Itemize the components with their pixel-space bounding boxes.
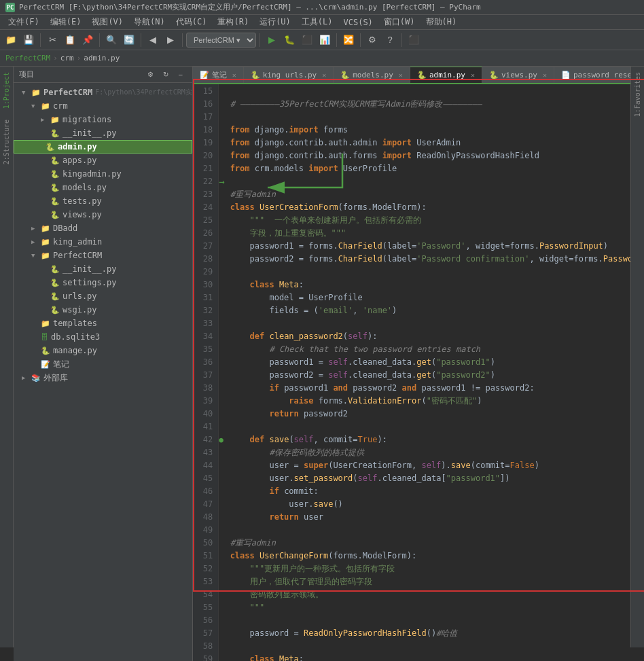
toolbar-replace-btn[interactable]: 🔄 (121, 32, 137, 48)
menu-run[interactable]: 运行(U) (254, 15, 296, 29)
code-line-24: 24 class UserCreationForm(forms.ModelFor… (193, 200, 644, 213)
tab-models[interactable]: 🐍 models.py ✕ (334, 67, 410, 83)
toolbar-sep-2 (99, 33, 100, 47)
menu-code[interactable]: 代码(C) (171, 15, 213, 29)
menu-help[interactable]: 帮助(H) (421, 15, 463, 29)
tree-item-apps-py[interactable]: 🐍 apps.py (14, 154, 192, 167)
toolbar-sep-7 (360, 33, 361, 47)
tab-admin-close[interactable]: ✕ (471, 71, 475, 79)
run-config-dropdown[interactable]: PerfectCRM ▾ (186, 33, 256, 48)
toolbar-cut-btn[interactable]: ✂ (44, 32, 60, 48)
toolbar-search-btn[interactable]: 🔍 (103, 32, 120, 48)
coverage-btn[interactable]: ⬛ (299, 32, 315, 48)
code-line-35: 35 # Check that the two password entries… (193, 342, 644, 355)
tree-item-models-py[interactable]: 🐍 models.py (14, 181, 192, 194)
code-line-18: 18 from django.import forms (193, 123, 644, 136)
tree-item-wsgi-py[interactable]: 🐍 wsgi.py (14, 303, 192, 317)
tree-item-init2-py[interactable]: 🐍 __init__.py (14, 262, 192, 276)
tree-item-tests-py[interactable]: 🐍 tests.py (14, 194, 192, 208)
debug-btn[interactable]: 🐛 (281, 32, 298, 48)
terminal-btn[interactable]: ⬛ (406, 32, 422, 48)
menu-nav[interactable]: 导航(N) (128, 15, 171, 29)
code-line-33: 33 (193, 317, 644, 329)
code-line-37: 37 password2 = self.cleaned_data.get("pa… (193, 368, 644, 381)
vcs-btn[interactable]: 🔀 (340, 32, 357, 48)
project-gear-btn[interactable]: ⚙ (145, 69, 157, 81)
vtab-project[interactable]: 1:Project (1, 67, 12, 114)
code-line-57: 57 password = ReadOnlyPasswordHashField(… (193, 626, 644, 639)
tree-item-migrations[interactable]: ▶ 📁 migrations (14, 113, 192, 126)
menu-tools[interactable]: 工具(L) (296, 15, 338, 29)
menu-refactor[interactable]: 重构(R) (212, 15, 254, 29)
code-editor[interactable]: 📝 笔记 ✕ 🐍 king_urls.py ✕ 🐍 models.py ✕ 🐍 … (193, 67, 644, 661)
tree-item-db-sqlite[interactable]: 🗄 db.sqlite3 (14, 330, 192, 344)
project-sync-btn[interactable]: ↻ (160, 69, 172, 81)
toolbar-back-btn[interactable]: ◀ (145, 32, 161, 48)
menu-edit[interactable]: 编辑(E) (45, 15, 87, 29)
tree-item-init-py[interactable]: 🐍 __init__.py (14, 126, 192, 140)
breadcrumb-item-3[interactable]: admin.py (84, 54, 120, 62)
toolbar-save-btn[interactable]: 💾 (20, 32, 37, 48)
tree-item-perfectcrm-sub[interactable]: ▼ 📁 PerfectCRM (14, 249, 192, 262)
tree-item-dbadd[interactable]: ▶ 📁 DBadd (14, 221, 192, 235)
toolbar-copy-btn[interactable]: 📋 (62, 32, 78, 48)
help-btn[interactable]: ? (382, 32, 398, 48)
tab-notes[interactable]: 📝 笔记 ✕ (193, 67, 244, 83)
run-btn[interactable]: ▶ (264, 32, 280, 48)
tab-king-urls-close[interactable]: ✕ (322, 71, 326, 79)
tree-item-notes[interactable]: 📝 笔记 (14, 357, 192, 371)
tab-views-close[interactable]: ✕ (543, 71, 547, 79)
vtab-structure[interactable]: 2:Structure (1, 114, 12, 170)
tab-models-label: models.py (353, 71, 393, 79)
code-line-41: 41 (193, 420, 644, 433)
project-collapse-btn[interactable]: – (175, 69, 187, 81)
project-tree: ▼ 📁 PerfectCRM F:\python\34PerfectCRM实 ▼… (14, 83, 192, 661)
menu-file[interactable]: 文件(F) (3, 15, 45, 29)
breadcrumb-item-2[interactable]: crm (60, 54, 74, 62)
tab-king-urls-label: king_urls.py (263, 71, 317, 79)
code-line-43: 43 #保存密码散列的格式提供 (193, 446, 644, 459)
tree-item-perfectcrm-root[interactable]: ▼ 📁 PerfectCRM F:\python\34PerfectCRM实 (14, 86, 192, 99)
tree-item-views-py[interactable]: 🐍 views.py (14, 208, 192, 221)
tab-king-urls[interactable]: 🐍 king_urls.py ✕ (244, 67, 334, 83)
menubar: 文件(F) 编辑(E) 视图(V) 导航(N) 代码(C) 重构(R) 运行(U… (0, 15, 644, 30)
tree-item-templates[interactable]: 📁 templates (14, 317, 192, 330)
tree-item-kingadmin-py[interactable]: 🐍 kingadmin.py (14, 167, 192, 181)
tab-admin-icon: 🐍 (417, 71, 427, 79)
toolbar-open-btn[interactable]: 📁 (3, 32, 19, 48)
tree-item-admin-py[interactable]: 🐍 admin.py (14, 140, 192, 154)
menu-view[interactable]: 视图(V) (86, 15, 128, 29)
tree-item-ext-libs[interactable]: ▶ 📚 外部库 (14, 371, 192, 385)
code-line-48: 48 return user (193, 510, 644, 523)
tab-admin[interactable]: 🐍 admin.py ✕ (410, 67, 482, 83)
project-panel: 项目 ⚙ ↻ – ▼ 📁 PerfectCRM F:\python\34Perf… (14, 67, 193, 661)
code-scroll[interactable]: 15 16 # ————————35PerfectCRM实现CRM重写Admin… (193, 84, 644, 661)
vtab-favorites[interactable]: 1:Favorites (632, 67, 643, 122)
toolbar-paste-btn[interactable]: 📌 (79, 32, 96, 48)
toolbar-sep-4 (182, 33, 183, 47)
code-line-49: 49 (193, 523, 644, 536)
tab-models-close[interactable]: ✕ (399, 71, 403, 79)
tree-item-settings-py[interactable]: 🐍 settings.py (14, 276, 192, 289)
code-line-21: 21 from crm.models import UserProfile (193, 162, 644, 175)
code-line-17: 17 (193, 110, 644, 123)
profile-btn[interactable]: 📊 (317, 32, 333, 48)
menu-vcs[interactable]: VCS(S) (338, 16, 378, 29)
code-line-58: 58 (193, 639, 644, 652)
tab-notes-close[interactable]: ✕ (232, 71, 236, 79)
menu-window[interactable]: 窗口(W) (378, 15, 421, 29)
tab-views[interactable]: 🐍 views.py ✕ (482, 67, 554, 83)
toolbar-sep-1 (40, 33, 41, 47)
code-line-19: 19 from django.contrib.auth.admin import… (193, 136, 644, 149)
tree-item-kingadmin-folder[interactable]: ▶ 📁 king_admin (14, 235, 192, 249)
tree-item-crm[interactable]: ▼ 📁 crm (14, 99, 192, 113)
tab-views-label: views.py (501, 71, 537, 79)
tree-item-urls-py[interactable]: 🐍 urls.py (14, 289, 192, 303)
tab-password-reset-icon: 📄 (561, 71, 571, 79)
code-line-15: 15 (193, 84, 644, 97)
settings-btn[interactable]: ⚙ (364, 32, 380, 48)
tree-item-manage-py[interactable]: 🐍 manage.py (14, 344, 192, 357)
code-line-53: 53 用户，但取代了管理员的密码字段 (193, 575, 644, 588)
breadcrumb-item-1[interactable]: PerfectCRM (5, 54, 50, 62)
toolbar-forward-btn[interactable]: ▶ (162, 32, 179, 48)
